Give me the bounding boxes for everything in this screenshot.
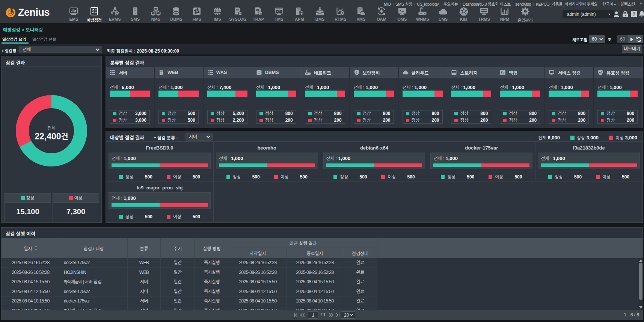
svg-text:?: ?	[633, 12, 635, 17]
